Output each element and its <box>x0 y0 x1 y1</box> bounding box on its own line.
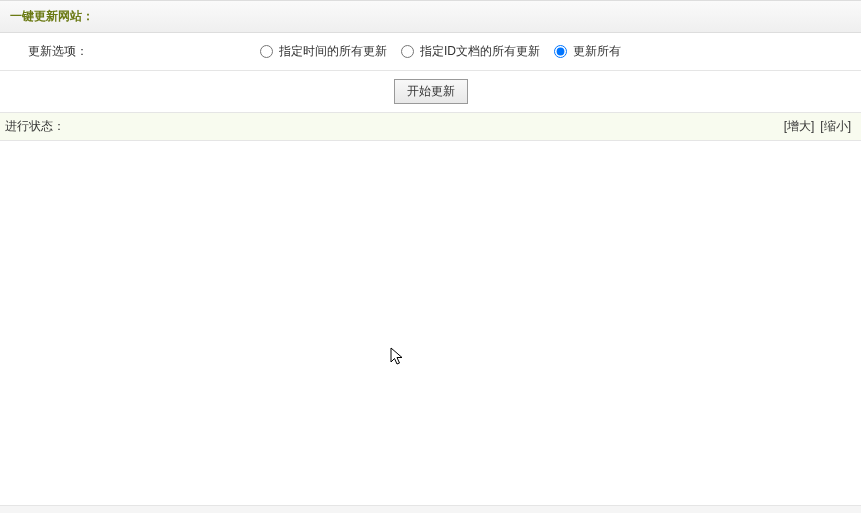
page-title: 一键更新网站： <box>10 9 94 23</box>
options-radio-group: 指定时间的所有更新 指定ID文档的所有更新 更新所有 <box>260 35 861 68</box>
radio-id-label: 指定ID文档的所有更新 <box>420 43 540 60</box>
main-container: 一键更新网站： 更新选项： 指定时间的所有更新 指定ID文档的所有更新 更新所有… <box>0 0 861 513</box>
radio-all-input[interactable] <box>554 45 567 58</box>
radio-all-label: 更新所有 <box>573 43 621 60</box>
status-row: 进行状态： [增大] [缩小] <box>0 113 861 141</box>
options-label: 更新选项： <box>28 43 88 60</box>
radio-time-label: 指定时间的所有更新 <box>279 43 387 60</box>
status-controls: [增大] [缩小] <box>784 118 851 135</box>
shrink-link[interactable]: [缩小] <box>820 118 851 135</box>
options-row: 更新选项： 指定时间的所有更新 指定ID文档的所有更新 更新所有 <box>0 33 861 71</box>
start-update-button[interactable]: 开始更新 <box>394 79 468 104</box>
progress-content-area <box>0 141 861 506</box>
radio-option-id[interactable]: 指定ID文档的所有更新 <box>401 43 540 60</box>
radio-option-time[interactable]: 指定时间的所有更新 <box>260 43 387 60</box>
radio-time-input[interactable] <box>260 45 273 58</box>
expand-link[interactable]: [增大] <box>784 118 815 135</box>
header-bar: 一键更新网站： <box>0 0 861 33</box>
radio-id-input[interactable] <box>401 45 414 58</box>
options-label-cell: 更新选项： <box>0 33 260 70</box>
footer-area <box>0 506 861 513</box>
status-label: 进行状态： <box>5 118 65 135</box>
button-row: 开始更新 <box>0 71 861 113</box>
radio-option-all[interactable]: 更新所有 <box>554 43 621 60</box>
